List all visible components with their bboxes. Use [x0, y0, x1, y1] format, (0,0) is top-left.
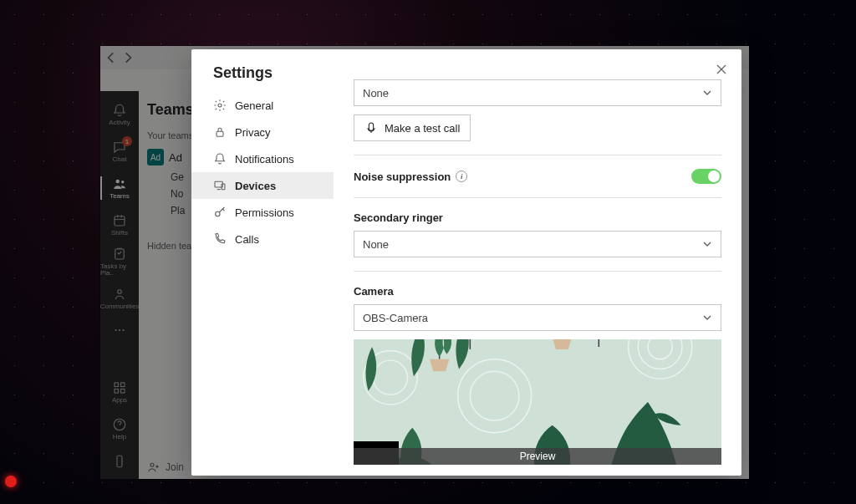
nav-general[interactable]: General	[191, 92, 334, 119]
speaker-dropdown[interactable]: None	[354, 79, 721, 106]
gear-icon	[213, 99, 227, 112]
dropdown-value: None	[363, 87, 389, 99]
nav-calls[interactable]: Calls	[191, 226, 334, 252]
devices-icon	[213, 179, 227, 192]
svg-point-21	[218, 104, 222, 107]
nav-label: Calls	[235, 233, 259, 246]
nav-permissions[interactable]: Permissions	[191, 199, 334, 226]
chevron-down-icon	[702, 88, 712, 98]
svg-point-25	[216, 211, 220, 216]
nav-label: Permissions	[235, 206, 294, 219]
svg-rect-26	[369, 123, 373, 130]
phone-icon	[213, 232, 227, 246]
settings-modal: Settings General Privacy Notifications D…	[191, 49, 741, 476]
test-call-icon	[364, 121, 378, 135]
bell-icon	[213, 152, 227, 165]
close-settings-button[interactable]	[710, 58, 733, 81]
button-label: Make a test call	[385, 122, 460, 135]
noise-suppression-toggle[interactable]	[691, 169, 721, 184]
nav-privacy[interactable]: Privacy	[191, 119, 334, 145]
camera-label: Camera	[354, 285, 721, 298]
red-indicator-dot	[5, 476, 17, 487]
nav-label: Devices	[235, 180, 276, 192]
svg-rect-22	[217, 131, 223, 136]
chevron-down-icon	[702, 313, 712, 323]
secondary-ringer-label: Secondary ringer	[354, 211, 721, 224]
nav-label: Notifications	[235, 153, 294, 165]
nav-notifications[interactable]: Notifications	[191, 145, 334, 172]
preview-label: Preview	[354, 448, 721, 465]
make-test-call-button[interactable]: Make a test call	[354, 115, 471, 141]
info-icon[interactable]: i	[456, 171, 467, 182]
chevron-down-icon	[702, 239, 712, 249]
secondary-ringer-dropdown[interactable]: None	[354, 231, 721, 257]
noise-suppression-label: Noise suppression	[354, 171, 451, 183]
svg-rect-24	[222, 184, 225, 190]
nav-devices[interactable]: Devices	[191, 172, 334, 199]
camera-dropdown[interactable]: OBS-Camera	[354, 304, 721, 331]
dropdown-value: OBS-Camera	[363, 312, 428, 324]
nav-label: General	[235, 99, 273, 112]
lock-icon	[213, 125, 227, 139]
settings-title: Settings	[191, 49, 334, 92]
settings-nav: General Privacy Notifications Devices Pe…	[191, 92, 334, 252]
dropdown-value: None	[363, 238, 389, 251]
camera-preview: Preview	[354, 339, 721, 465]
nav-label: Privacy	[235, 126, 271, 139]
key-icon	[213, 206, 227, 219]
teams-window: ··· Activity 1 Chat Teams Shifts	[100, 46, 749, 479]
